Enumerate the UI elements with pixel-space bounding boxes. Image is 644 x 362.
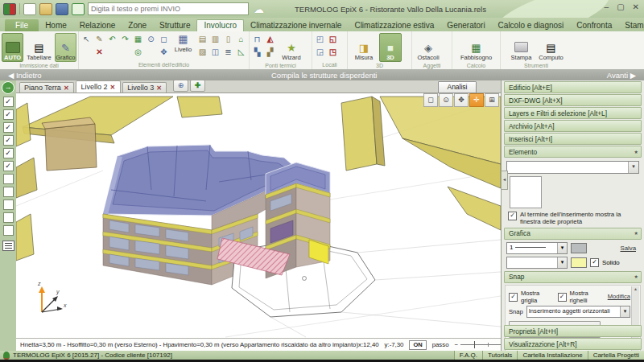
modifica-link[interactable]: Modifica [608, 293, 630, 300]
tab-stampa[interactable]: Stampa [618, 19, 644, 31]
stampa-button[interactable]: Stampa [507, 33, 536, 62]
section-inserisci[interactable]: Inserisci [Alt+I] [504, 133, 642, 145]
wizard-button[interactable]: ★ Wizard [277, 33, 306, 62]
section-edificio[interactable]: Edificio [Alt+E] [504, 81, 642, 93]
zoom-icon[interactable]: ⊙ [145, 33, 157, 45]
dropdown-arrow-icon[interactable]: ▾ [557, 243, 567, 253]
auto-button[interactable]: AUTO [2, 33, 23, 62]
dropdown-arrow-icon[interactable]: ▾ [620, 306, 630, 317]
minimize-button[interactable]: – [605, 2, 609, 11]
snap-mode-select[interactable]: Inserimento aggetti orizzontali ▾ [526, 306, 630, 318]
slope-icon[interactable]: ◺ [235, 46, 247, 58]
door-icon[interactable]: ▯ [222, 33, 234, 45]
target-icon[interactable]: ◎ [132, 46, 144, 58]
dropdown-arrow-icon[interactable]: ▾ [557, 257, 567, 268]
fit-view-button[interactable]: ⊞ [485, 93, 499, 107]
grafico-button[interactable]: ✎ Grafico [55, 33, 76, 62]
slider-track[interactable] [460, 344, 506, 345]
close-level-icon[interactable]: ✕ [64, 84, 69, 92]
misura-button[interactable]: ◨ Misura [349, 33, 378, 62]
tab-generatori[interactable]: Generatori [440, 19, 491, 31]
layer-checkbox-10[interactable] [3, 212, 14, 223]
computo-button[interactable]: ▤ Computo [537, 33, 566, 62]
level-tab-piano-terra[interactable]: Piano Terra ✕ [19, 82, 74, 93]
new-file-icon[interactable] [23, 3, 36, 15]
layer-checkbox-2[interactable]: ✓ [3, 109, 14, 120]
close-level-icon[interactable]: ✕ [110, 84, 116, 91]
collapse-panel-handle[interactable]: ◂ [501, 171, 508, 190]
tab-strutture[interactable]: Strutture [153, 19, 196, 31]
layer-checkbox-3[interactable]: ✓ [3, 122, 14, 133]
section-archivio[interactable]: Archivio [Alt+A] [504, 120, 642, 132]
slider-thumb[interactable] [474, 341, 475, 348]
zoom-window-button[interactable]: ◻ [423, 93, 438, 107]
thermal-bridge-icon[interactable]: ⊓ [251, 33, 263, 45]
line-style-select[interactable]: 1 ▾ [506, 242, 568, 254]
fabbisogno-button[interactable]: ▦ Fabbisogno [459, 33, 494, 62]
redo-icon[interactable]: ↷ [119, 33, 131, 45]
scroll-up-icon[interactable]: ▲ [634, 286, 638, 291]
select-cursor-icon[interactable]: ↖ [80, 33, 93, 45]
salva-link[interactable]: Salva [620, 245, 636, 252]
stairs-icon[interactable]: ≣ [222, 46, 234, 58]
global-search-input[interactable] [88, 2, 249, 15]
draw-pencil-icon[interactable]: ✎ [93, 33, 105, 45]
tab-climatizzazione-invernale[interactable]: Climatizzazione invernale [244, 19, 348, 31]
room-icon-3[interactable]: ◲ [314, 46, 326, 58]
back-button[interactable]: ◀ Indietro [8, 71, 42, 80]
layer-checkbox-7[interactable] [3, 174, 14, 184]
section-layers-filtri[interactable]: Layers e Filtri di selezione [Alt+L] [504, 107, 642, 119]
level-tab-livello-2[interactable]: Livello 2 ✕ [76, 80, 122, 93]
orbit-button[interactable]: ✛ [469, 93, 484, 107]
snap-on-toggle[interactable]: ON [409, 340, 426, 350]
tab-confronta[interactable]: Confronta [570, 19, 618, 31]
thermal-bridge-corner-icon[interactable]: ◭ [264, 33, 276, 45]
layer-checkbox-9[interactable] [3, 200, 14, 210]
section-elemento[interactable]: Elemento ★ [504, 146, 642, 158]
tab-calcolo-e-diagnosi[interactable]: Calcolo e diagnosi [492, 19, 571, 31]
room-icon-1[interactable]: ◰ [314, 33, 326, 45]
pin-icon[interactable]: ★ [634, 228, 638, 238]
cartella-progetti-button[interactable]: Cartella Progetti [588, 351, 644, 360]
zoom-button[interactable]: ⊙ [439, 93, 453, 107]
open-file-icon[interactable] [39, 3, 52, 15]
tab-involucro[interactable]: Involucro [196, 19, 244, 31]
line-color-swatch[interactable] [571, 243, 587, 253]
building-3d-scene[interactable]: z y x [16, 93, 501, 338]
section-visualizzazione[interactable]: Visualizzazione [Alt+R] [504, 338, 642, 350]
zoom-level-button[interactable]: ⊕ [173, 80, 188, 92]
livello-building-icon[interactable]: ▦ [177, 33, 189, 45]
expand-panel-arrow-icon[interactable]: → [2, 81, 14, 94]
move-icon[interactable]: ✥ [158, 46, 170, 58]
close-level-icon[interactable]: ✕ [156, 84, 162, 92]
slider-minus[interactable]: − [455, 341, 459, 348]
livello-button[interactable]: Livello [175, 46, 192, 53]
elemento-select[interactable]: ▾ [506, 161, 639, 174]
layer-checkbox-5[interactable]: ✓ [3, 148, 14, 158]
dropdown-arrow-icon[interactable]: ▾ [628, 162, 638, 173]
wall-icon[interactable]: ▤ [196, 33, 208, 45]
window-element-icon[interactable]: ◫ [209, 46, 221, 58]
room-icon-4[interactable]: ◳ [327, 46, 339, 58]
ostacoli-button[interactable]: ◈ Ostacoli [414, 33, 443, 62]
roof-icon[interactable]: ⌂ [235, 33, 247, 45]
tutorials-button[interactable]: Tutorials [482, 351, 517, 360]
model-3d-canvas[interactable]: z y x ◻ ⊙ ✥ ✛ ⊞ [16, 93, 501, 338]
restore-button[interactable]: ▢ [617, 2, 624, 11]
section-snap[interactable]: Snap ★ [504, 271, 642, 283]
tabellare-button[interactable]: ▤ Tabellare [26, 33, 52, 62]
delete-icon[interactable]: ✕ [93, 46, 105, 58]
cartella-installazione-button[interactable]: Cartella Installazione [517, 351, 587, 360]
view-3d-button[interactable]: ■ 3D [379, 33, 402, 62]
save-file-icon[interactable] [56, 3, 68, 15]
fill-style-select[interactable]: ▾ [506, 257, 568, 269]
undo-icon[interactable]: ↶ [106, 33, 118, 45]
select-area-icon[interactable]: ◻ [158, 33, 170, 45]
tab-file[interactable]: File [5, 19, 39, 31]
layer-checkbox-4[interactable]: ✓ [3, 135, 14, 146]
thermal-bridge-hatch-icon[interactable]: ▚ [251, 46, 263, 58]
layer-checkbox-11[interactable] [3, 225, 14, 236]
level-tab-livello-3[interactable]: Livello 3 ✕ [122, 82, 167, 93]
close-button[interactable]: ✕ [633, 2, 639, 11]
wall-hatch-icon[interactable]: ▨ [196, 46, 208, 58]
